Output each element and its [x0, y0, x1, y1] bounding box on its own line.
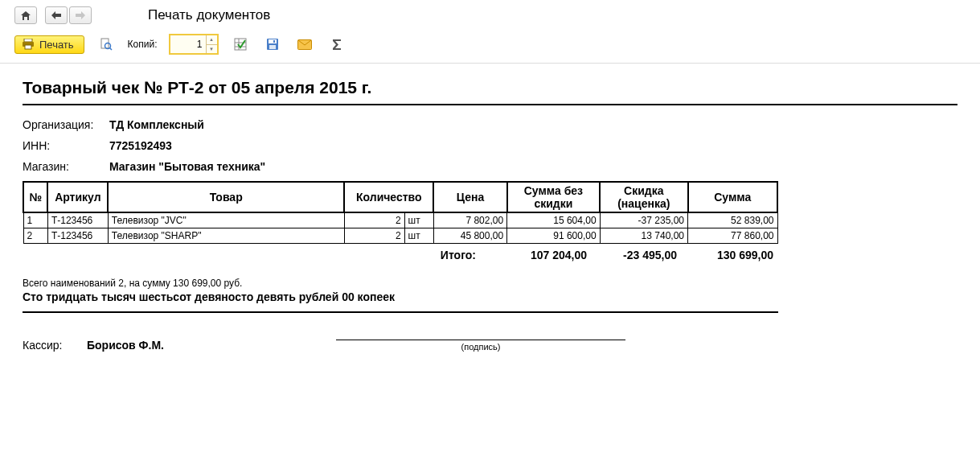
sigma-icon	[331, 39, 342, 51]
cell-qty: 2	[344, 212, 404, 228]
floppy-icon	[266, 38, 279, 51]
totals-disc: -23 495,00	[593, 249, 683, 261]
inn-label: ИНН:	[23, 139, 109, 152]
nav-history	[45, 6, 92, 24]
svg-rect-11	[269, 39, 277, 43]
table-row: 2Т-123456Телевизор "SHARP"2шт45 800,0091…	[23, 228, 777, 244]
meta-org: Организация: ТД Комплексный	[23, 118, 957, 131]
org-value: ТД Комплексный	[109, 118, 204, 131]
svg-rect-13	[273, 40, 275, 43]
home-button[interactable]	[14, 6, 37, 24]
sign-name: Борисов Ф.М.	[87, 339, 175, 352]
th-goods: Товар	[108, 182, 344, 212]
cell-unit: шт	[404, 228, 433, 244]
meta-inn: ИНН: 7725192493	[23, 139, 957, 152]
printer-icon	[22, 39, 35, 50]
excel-button[interactable]	[230, 35, 251, 54]
th-disc: Скидка (наценка)	[600, 182, 687, 212]
arrow-left-icon	[51, 11, 61, 19]
cell-n: 2	[23, 228, 47, 244]
th-sum: Сумма	[688, 182, 778, 212]
print-button[interactable]: Печать	[14, 35, 84, 54]
cell-disc: -37 235,00	[600, 212, 687, 228]
cell-art: Т-123456	[47, 228, 108, 244]
copies-up[interactable]: ▲	[207, 35, 217, 45]
home-icon	[20, 10, 31, 21]
summary-words: Сто тридцать тысяч шестьсот девяносто де…	[23, 290, 778, 313]
store-value: Магазин "Бытовая техника"	[109, 160, 265, 173]
totals-label: Итого:	[441, 249, 498, 261]
sign-label: Кассир:	[23, 339, 87, 352]
cell-sum: 52 839,00	[688, 212, 778, 228]
arrow-right-icon	[76, 11, 85, 19]
cell-sumnd: 15 604,00	[507, 212, 600, 228]
doc-title: Товарный чек № РТ-2 от 05 апреля 2015 г.	[23, 78, 957, 105]
cell-goods: Телевизор "SHARP"	[108, 228, 344, 244]
th-art: Артикул	[47, 182, 108, 212]
cell-qty: 2	[344, 228, 404, 244]
copies-stepper[interactable]: ▲ ▼	[169, 34, 219, 55]
th-qty: Количество	[344, 182, 433, 212]
sign-row: Кассир: Борисов Ф.М. (подпись)	[23, 339, 957, 352]
back-button[interactable]	[45, 6, 68, 24]
totals-row: Итого: 107 204,00 -23 495,00 130 699,00	[23, 249, 778, 261]
svg-line-5	[109, 48, 112, 51]
copies-down[interactable]: ▼	[207, 45, 217, 54]
cell-price: 7 802,00	[433, 212, 506, 228]
cell-disc: 13 740,00	[600, 228, 687, 244]
top-nav: Печать документов	[0, 0, 980, 27]
page-title: Печать документов	[148, 7, 270, 23]
items-table: № Артикул Товар Количество Цена Сумма бе…	[23, 181, 778, 244]
org-label: Организация:	[23, 118, 109, 131]
th-price: Цена	[433, 182, 506, 212]
print-button-label: Печать	[39, 39, 74, 51]
copies-label: Копий:	[128, 39, 158, 50]
svg-rect-2	[25, 45, 31, 49]
cell-goods: Телевизор "JVC"	[108, 212, 344, 228]
svg-rect-0	[24, 39, 32, 42]
cell-sumnd: 91 600,00	[507, 228, 600, 244]
cell-price: 45 800,00	[433, 228, 506, 244]
table-check-icon	[234, 38, 247, 51]
totals-sumnd: 107 204,00	[498, 249, 593, 261]
preview-button[interactable]	[96, 35, 117, 54]
meta-store: Магазин: Магазин "Бытовая техника"	[23, 160, 957, 173]
svg-rect-12	[269, 45, 276, 49]
toolbar: Печать Копий: ▲ ▼	[0, 27, 980, 64]
copies-input[interactable]	[170, 35, 206, 53]
th-sumnd: Сумма без скидки	[507, 182, 600, 212]
cell-unit: шт	[404, 212, 433, 228]
cell-sum: 77 860,00	[688, 228, 778, 244]
summary-count: Всего наименований 2, на сумму 130 699,0…	[23, 278, 957, 289]
cell-n: 1	[23, 212, 47, 228]
th-n: №	[23, 182, 47, 212]
page-magnifier-icon	[100, 38, 113, 51]
inn-value: 7725192493	[109, 139, 172, 152]
sign-caption: (подпись)	[336, 340, 625, 352]
cell-art: Т-123456	[47, 212, 108, 228]
save-button[interactable]	[262, 35, 283, 54]
email-button[interactable]	[294, 35, 315, 54]
totals-sum: 130 699,00	[683, 249, 778, 261]
table-row: 1Т-123456Телевизор "JVC"2шт7 802,0015 60…	[23, 212, 777, 228]
sigma-button[interactable]	[326, 35, 347, 54]
store-label: Магазин:	[23, 160, 109, 173]
mail-icon	[297, 39, 312, 50]
document-area: Товарный чек № РТ-2 от 05 апреля 2015 г.…	[0, 64, 980, 366]
forward-button[interactable]	[69, 6, 92, 24]
